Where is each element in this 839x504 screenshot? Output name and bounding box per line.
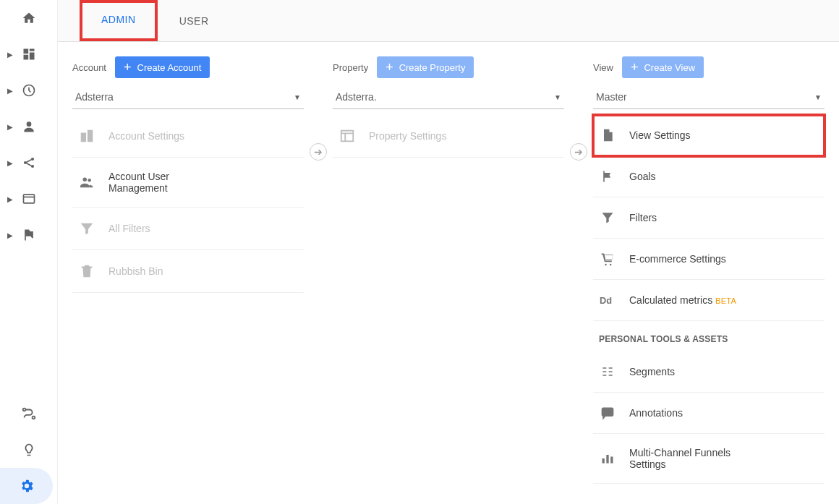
all-filters[interactable]: All Filters xyxy=(72,208,304,250)
nav-discover[interactable] xyxy=(0,432,57,468)
chevron-right-icon: ▶ xyxy=(7,159,13,167)
browser-icon xyxy=(22,192,36,206)
chevron-right-icon: ▶ xyxy=(7,51,13,59)
person-icon xyxy=(22,119,36,134)
create-property-button[interactable]: + Create Property xyxy=(377,56,474,78)
nav-realtime[interactable]: ▶ xyxy=(0,72,57,108)
annotations[interactable]: Annotations xyxy=(593,393,825,434)
nav-conversions[interactable]: ▶ xyxy=(0,217,57,253)
property-label: Property xyxy=(333,62,368,73)
account-label: Account xyxy=(72,62,106,73)
filters[interactable]: Filters xyxy=(593,197,825,239)
layout-icon xyxy=(338,128,356,144)
chevron-right-icon: ▶ xyxy=(7,87,13,95)
admin-tabs: ADMIN USER xyxy=(58,0,839,42)
trash-icon xyxy=(78,263,95,279)
create-account-button[interactable]: + Create Account xyxy=(115,56,210,78)
bars-icon xyxy=(599,451,616,466)
caret-down-icon: ▼ xyxy=(294,93,301,101)
main-content: ADMIN USER Account + Create Account Adst… xyxy=(58,0,839,504)
svg-point-1 xyxy=(26,121,31,127)
flag-icon xyxy=(22,228,36,242)
dd-icon: Dd xyxy=(599,293,616,307)
nav-audience[interactable]: ▶ xyxy=(0,108,57,145)
ecommerce-settings[interactable]: E-commerce Settings xyxy=(593,239,825,280)
plus-icon: + xyxy=(124,61,132,74)
cart-icon xyxy=(599,252,616,266)
svg-point-9 xyxy=(88,179,91,182)
svg-rect-12 xyxy=(602,408,613,416)
plus-icon: + xyxy=(631,61,639,74)
svg-rect-14 xyxy=(606,455,608,464)
chevron-right-icon: ▶ xyxy=(7,231,13,239)
account-selector[interactable]: Adsterra ▼ xyxy=(72,85,304,109)
people-icon xyxy=(78,174,95,190)
account-column: Account + Create Account Adsterra ▼ Acco… xyxy=(58,56,318,484)
rubbish-bin[interactable]: Rubbish Bin xyxy=(72,250,304,293)
share-icon xyxy=(22,155,36,170)
column-arrow-icon[interactable]: ➔ xyxy=(570,143,587,161)
svg-rect-5 xyxy=(23,195,34,203)
chevron-right-icon: ▶ xyxy=(7,195,13,203)
nav-home[interactable] xyxy=(0,0,57,36)
nav-attribution[interactable] xyxy=(0,396,57,432)
create-view-button[interactable]: + Create View xyxy=(622,56,704,78)
account-user-management[interactable]: Account User Management xyxy=(72,158,304,208)
calculated-metrics[interactable]: Dd Calculated metrics BETA xyxy=(593,280,825,321)
nav-acquisition[interactable]: ▶ xyxy=(0,145,57,181)
nav-behavior[interactable]: ▶ xyxy=(0,181,57,217)
svg-text:Dd: Dd xyxy=(600,295,612,306)
clock-icon xyxy=(22,83,36,98)
multi-channel-funnels-settings[interactable]: Multi-Channel Funnels Settings xyxy=(593,434,825,484)
caret-down-icon: ▼ xyxy=(814,93,822,101)
flag-icon xyxy=(599,169,616,184)
caret-down-icon: ▼ xyxy=(554,93,561,101)
view-column: ➔ View + Create View Master ▼ View Setti… xyxy=(579,56,839,484)
chevron-right-icon: ▶ xyxy=(7,123,13,131)
view-label: View xyxy=(593,62,613,73)
gear-icon xyxy=(19,478,35,494)
funnel-icon xyxy=(599,210,616,225)
account-settings[interactable]: Account Settings xyxy=(72,115,304,158)
building-icon xyxy=(78,128,95,144)
segments[interactable]: Segments xyxy=(593,351,825,393)
property-column: ➔ Property + Create Property Adsterra. ▼… xyxy=(318,56,579,484)
funnel-icon xyxy=(78,221,95,236)
svg-rect-10 xyxy=(341,131,354,142)
property-selector[interactable]: Adsterra. ▼ xyxy=(333,85,564,109)
dashboard-icon xyxy=(22,47,36,61)
beta-badge: BETA xyxy=(715,296,736,305)
svg-point-7 xyxy=(32,417,35,419)
goals[interactable]: Goals xyxy=(593,156,825,197)
file-icon xyxy=(599,128,616,142)
svg-point-6 xyxy=(22,409,25,411)
personal-tools-header: PERSONAL TOOLS & ASSETS xyxy=(593,321,825,351)
column-arrow-icon[interactable]: ➔ xyxy=(310,143,327,161)
left-sidebar: ▶ ▶ ▶ ▶ ▶ ▶ xyxy=(0,0,58,504)
tab-user[interactable]: USER xyxy=(158,0,231,41)
home-icon xyxy=(22,11,36,25)
svg-point-8 xyxy=(83,178,88,182)
lightbulb-icon xyxy=(22,443,36,457)
view-selector[interactable]: Master ▼ xyxy=(593,85,825,109)
tab-admin[interactable]: ADMIN xyxy=(80,0,158,41)
chat-icon xyxy=(599,406,616,420)
svg-rect-13 xyxy=(602,458,605,464)
svg-rect-15 xyxy=(610,457,613,464)
nav-customization[interactable]: ▶ xyxy=(0,36,57,72)
plus-icon: + xyxy=(386,61,393,74)
segments-icon xyxy=(599,364,616,379)
nav-admin[interactable] xyxy=(0,468,53,504)
path-icon xyxy=(21,406,37,422)
property-settings[interactable]: Property Settings xyxy=(333,115,564,158)
view-settings[interactable]: View Settings xyxy=(593,115,825,156)
